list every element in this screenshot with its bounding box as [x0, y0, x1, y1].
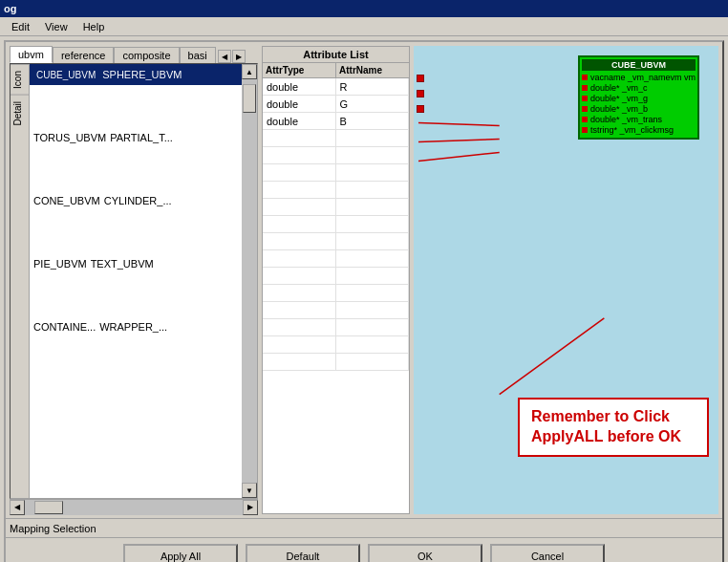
node-port-5: tstring* _vm_clickmsg [582, 125, 696, 135]
menu-help[interactable]: Help [75, 19, 113, 34]
item-label2-2: CYLINDER_... [104, 195, 172, 206]
item-label-4: CONTAINE... [33, 321, 96, 333]
hscroll-track[interactable] [25, 500, 243, 515]
node-box: CUBE_UBVM vacname _vm_name vm vm double*… [578, 55, 699, 140]
list-spacer-1 [30, 106, 242, 127]
tabs-row: ubvm reference composite basi ◀ ▶ [10, 46, 258, 63]
dialog-content: ubvm reference composite basi ◀ ▶ [6, 42, 722, 518]
tab-next-btn[interactable]: ▶ [232, 50, 246, 63]
item-label2-3: TEXT_UBVM [91, 258, 154, 270]
menu-edit[interactable]: Edit [4, 19, 37, 34]
hscroll-left-btn[interactable]: ◀ [10, 500, 25, 515]
attr-row-empty [263, 182, 409, 199]
svg-line-2 [418, 152, 500, 161]
hscroll-thumb[interactable] [34, 501, 63, 514]
list-item[interactable]: CONTAINE... WRAPPER_... [30, 316, 242, 337]
ok-button[interactable]: OK [368, 544, 482, 563]
col-header-name: AttrName [336, 63, 409, 77]
list-spacer-2 [30, 148, 242, 169]
item-label-1: TORUS_UBVM [33, 132, 106, 143]
port-dot-3 [582, 106, 588, 112]
list-scrollbar[interactable]: ▲ ▼ [242, 64, 257, 498]
node-port-0: vacname _vm_name vm vm [582, 73, 696, 82]
node-title: CUBE_UBVM [582, 59, 696, 71]
default-button[interactable]: Default [246, 544, 360, 563]
diagram-panel: CUBE_UBVM vacname _vm_name vm vm double*… [414, 46, 718, 514]
connection-dots [417, 75, 424, 113]
attr-row-empty [263, 147, 409, 164]
mapping-bar: Mapping Selection [6, 518, 722, 537]
port-label-5: tstring* _vm_clickmsg [590, 125, 674, 135]
attr-row-empty [263, 216, 409, 233]
attr-row: double B [263, 113, 409, 130]
callout-box: Remember to Click ApplyALL before OK [518, 398, 709, 457]
attr-row-empty [263, 130, 409, 147]
apply-all-button[interactable]: Apply All [123, 544, 238, 563]
attr-row: double R [263, 78, 409, 96]
menu-view[interactable]: View [37, 19, 75, 34]
svg-line-3 [500, 318, 605, 395]
tab-reference[interactable]: reference [53, 47, 114, 63]
col-header-type: AttrType [263, 63, 336, 77]
port-out-0: vm vm [671, 73, 696, 82]
title-bar: og [0, 0, 728, 17]
list-item[interactable]: CUBE_UBVM SPHERE_UBVM [30, 64, 242, 85]
list-item[interactable]: TORUS_UBVM PARTIAL_T... [30, 127, 242, 148]
item-label-3: PIE_UBVM [33, 258, 87, 270]
port-label-1: double* _vm_c [590, 83, 648, 93]
attr-row-empty [263, 250, 409, 268]
attr-list-title: Attribute List [263, 47, 409, 63]
attr-row-empty [263, 336, 409, 354]
list-spacer-4 [30, 211, 242, 232]
items-list[interactable]: CUBE_UBVM SPHERE_UBVM TORUS_UBVM PARTIAL… [30, 64, 242, 498]
item-label-2: CONE_UBVM [33, 195, 100, 206]
left-panel: ubvm reference composite basi ◀ ▶ [10, 46, 258, 514]
attr-row-empty [263, 164, 409, 182]
svg-line-0 [418, 123, 500, 126]
attr-row-empty [263, 199, 409, 216]
scroll-thumb[interactable] [243, 84, 256, 113]
list-item[interactable]: PIE_UBVM TEXT_UBVM [30, 253, 242, 274]
node-port-2: double* _vm_g [582, 94, 696, 103]
right-side: Attribute List AttrType AttrName double … [262, 46, 718, 514]
scroll-down-btn[interactable]: ▼ [242, 483, 257, 498]
title-label: og [4, 3, 16, 14]
attr-name-1: G [336, 96, 410, 112]
attr-rows: double R double G double B [263, 78, 409, 513]
port-dot-1 [582, 85, 588, 91]
scroll-track[interactable] [242, 79, 257, 483]
port-label-4: double* _vm_trans [590, 115, 662, 124]
attr-type-2: double [263, 113, 336, 129]
list-item[interactable]: CONE_UBVM CYLINDER_... [30, 190, 242, 211]
detail-label[interactable]: Detail [11, 95, 29, 132]
panel-content: Icon Detail CUBE_UBVM SPHERE_UBVM [10, 63, 258, 499]
item-label-0: CUBE_UBVM [33, 69, 98, 81]
node-port-4: double* _vm_trans [582, 115, 696, 124]
cancel-button[interactable]: Cancel [490, 544, 605, 563]
attr-name-0: R [336, 78, 410, 95]
main-dialog: ubvm reference composite basi ◀ ▶ [4, 40, 724, 562]
tab-ubvm[interactable]: ubvm [10, 46, 53, 63]
tab-composite[interactable]: composite [114, 47, 179, 63]
scroll-up-btn[interactable]: ▲ [242, 64, 257, 79]
icon-label[interactable]: Icon [11, 64, 29, 95]
port-dot-2 [582, 96, 588, 101]
item-label2-0: SPHERE_UBVM [102, 69, 182, 80]
hscroll-right-btn[interactable]: ▶ [243, 500, 258, 515]
node-port-3: double* _vm_b [582, 104, 696, 114]
callout-text: Remember to Click ApplyALL before OK [531, 408, 681, 444]
attr-type-1: double [263, 96, 336, 112]
tab-nav: ◀ ▶ [218, 50, 246, 63]
button-bar: Apply All Default OK Cancel [6, 537, 722, 562]
list-spacer-0 [30, 85, 242, 106]
conn-dot-2 [417, 105, 424, 113]
hscroll-bar[interactable]: ◀ ▶ [10, 499, 258, 514]
attr-panel: Attribute List AttrType AttrName double … [262, 46, 410, 514]
tab-basic[interactable]: basi [180, 47, 216, 63]
tab-prev-btn[interactable]: ◀ [218, 50, 231, 63]
port-label-0: vacname _vm_name [590, 73, 671, 82]
port-dot-4 [582, 117, 588, 122]
attr-row-empty [263, 268, 409, 285]
list-spacer-7 [30, 295, 242, 316]
mapping-label: Mapping Selection [10, 523, 96, 534]
